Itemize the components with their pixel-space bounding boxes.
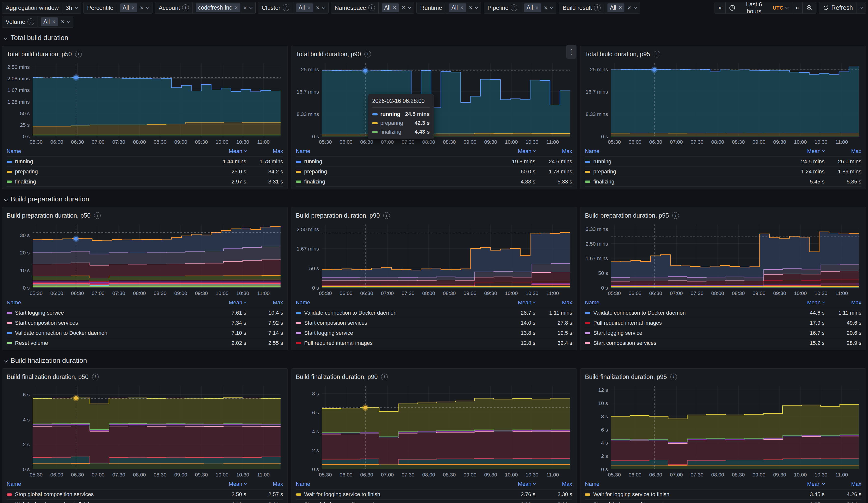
time-series-chart[interactable]: 8 s6 s4 s2 s0 s05:3006:0006:3007:0007:30… <box>294 382 574 479</box>
time-shift-forward-button[interactable]: » <box>792 2 803 13</box>
time-series-chart[interactable]: 25 mins16.7 mins8.33 mins0 s05:3006:0006… <box>583 60 863 146</box>
clear-filter-icon[interactable]: × <box>469 5 473 11</box>
chevron-down-icon[interactable] <box>67 19 71 23</box>
legend-row[interactable]: Start composition services 15.2 s28.9 s <box>585 338 861 348</box>
info-icon[interactable]: i <box>511 4 517 11</box>
info-icon[interactable]: i <box>383 212 390 219</box>
legend-col-mean-sort[interactable]: Mean <box>783 148 825 154</box>
legend-row[interactable]: running 1.44 mins1.78 mins <box>7 156 283 166</box>
info-icon[interactable]: i <box>670 373 677 380</box>
clear-filter-icon[interactable]: × <box>627 5 631 11</box>
legend-row[interactable]: running 24.5 mins26.0 mins <box>585 156 861 166</box>
filter-chip[interactable]: All× <box>608 3 624 12</box>
legend-row[interactable]: Wait for logging service to finish 2.11 … <box>7 499 283 503</box>
legend-row[interactable]: preparing 60.0 s1.73 mins <box>296 166 572 177</box>
filter-volume[interactable]: Volumei All× × <box>2 16 73 28</box>
chevron-down-icon[interactable] <box>249 6 253 9</box>
legend-col-max-sort[interactable]: Max <box>246 148 283 154</box>
filter-chip[interactable]: All× <box>41 18 58 26</box>
filter-chip[interactable]: All× <box>120 3 137 12</box>
clear-filter-icon[interactable]: × <box>61 19 64 25</box>
time-shift-back-button[interactable]: « <box>715 2 726 13</box>
clear-filter-icon[interactable]: × <box>243 5 247 11</box>
chevron-down-icon[interactable] <box>75 6 78 9</box>
legend-row[interactable]: Stop global composition services 2.50 s2… <box>7 489 283 499</box>
filter-account[interactable]: Accounti codefresh-inc× × <box>155 2 256 13</box>
chevron-down-icon[interactable] <box>633 6 637 9</box>
clear-filter-icon[interactable]: × <box>544 5 548 11</box>
legend-row[interactable]: Start logging service 7.61 s10.4 s <box>7 308 283 318</box>
legend-row[interactable]: Start composition services 14.0 s27.8 s <box>296 318 572 328</box>
filter-chip[interactable]: All× <box>449 3 466 12</box>
legend-row[interactable]: Reset volume 2.02 s2.55 s <box>7 338 283 348</box>
remove-chip-icon[interactable]: × <box>460 4 463 11</box>
legend-col-mean-sort[interactable]: Mean <box>494 148 535 154</box>
legend-col-mean-sort[interactable]: Mean <box>783 299 825 306</box>
filter-chip[interactable]: All× <box>524 3 541 12</box>
info-icon[interactable]: i <box>381 373 388 380</box>
time-series-chart[interactable]: 12 s10 s8 s6 s4 s2 s0 s05:3006:0006:3007… <box>583 382 863 479</box>
legend-row[interactable]: running 19.8 mins24.6 mins <box>296 156 572 166</box>
filter-build-result[interactable]: Build resulti All× × <box>559 2 640 13</box>
remove-chip-icon[interactable]: × <box>52 18 55 25</box>
legend-row[interactable]: Pull required internal images 17.9 s49.6… <box>585 318 861 328</box>
time-series-chart[interactable]: 2.50 mins1.67 mins50 s0 s05:3006:0006:30… <box>294 221 574 297</box>
legend-row[interactable]: Start composition services 7.34 s7.92 s <box>7 318 283 328</box>
clear-filter-icon[interactable]: × <box>140 5 144 11</box>
filter-chip[interactable]: All× <box>382 3 399 12</box>
legend-col-mean-sort[interactable]: Mean <box>494 481 535 487</box>
legend-row[interactable]: Validate connection to Docker daemon 28.… <box>296 308 572 318</box>
info-icon[interactable]: i <box>368 4 375 11</box>
chevron-down-icon[interactable] <box>322 6 326 9</box>
info-icon[interactable]: i <box>182 4 189 11</box>
legend-col-mean-sort[interactable]: Mean <box>205 299 246 306</box>
info-icon[interactable]: i <box>654 51 660 58</box>
legend-row[interactable]: finalizing 5.45 s5.85 s <box>585 177 861 187</box>
section-build-preparation-duration[interactable]: Build preparation duration <box>3 195 865 203</box>
info-icon[interactable]: i <box>672 212 679 219</box>
info-icon[interactable]: i <box>92 373 99 380</box>
filter-percentile[interactable]: Percentile All× × <box>83 2 153 13</box>
legend-row[interactable]: Wait for logging service to finish 3.45 … <box>585 489 861 499</box>
legend-col-max-sort[interactable]: Max <box>825 148 861 154</box>
filter-cluster[interactable]: Clusteri All× × <box>258 2 329 13</box>
refresh-button[interactable]: Refresh <box>819 2 857 13</box>
legend-col-max-sort[interactable]: Max <box>246 299 283 306</box>
legend-col-mean-sort[interactable]: Mean <box>783 481 825 487</box>
time-series-chart[interactable]: 2.50 mins2.08 mins1.67 mins1.25 mins50 s… <box>5 60 285 146</box>
remove-chip-icon[interactable]: × <box>131 4 135 11</box>
filter-chip[interactable]: All× <box>296 3 313 12</box>
legend-col-mean-sort[interactable]: Mean <box>205 481 246 487</box>
chevron-down-icon[interactable] <box>407 6 411 9</box>
legend-row[interactable]: Start logging service 13.8 s19.5 s <box>296 328 572 338</box>
legend-row[interactable]: Stop global composition services 2.67 s3… <box>585 499 861 503</box>
clear-filter-icon[interactable]: × <box>316 5 320 11</box>
legend-row[interactable]: finalizing 4.88 s5.33 s <box>296 177 572 187</box>
refresh-interval-dropdown[interactable] <box>856 2 866 13</box>
filter-pipeline[interactable]: Pipelinei All× × <box>484 2 556 13</box>
legend-row[interactable]: Start logging service 16.7 s20.6 s <box>585 328 861 338</box>
chevron-down-icon[interactable] <box>550 6 554 9</box>
section-build-finalization-duration[interactable]: Build finalization duration <box>3 357 865 365</box>
clear-filter-icon[interactable]: × <box>402 5 405 11</box>
legend-row[interactable]: preparing 25.0 s34.2 s <box>7 166 283 177</box>
legend-row[interactable]: Wait for logging service to finish 2.76 … <box>296 489 572 499</box>
remove-chip-icon[interactable]: × <box>308 4 311 11</box>
legend-row[interactable]: finalizing 2.97 s3.31 s <box>7 177 283 187</box>
time-series-chart[interactable]: 6 s4 s2 s0 s05:3006:0006:3007:0007:3008:… <box>5 382 285 479</box>
remove-chip-icon[interactable]: × <box>235 4 238 11</box>
section-total-build-duration[interactable]: Total build duration <box>3 34 865 42</box>
info-icon[interactable]: i <box>283 4 289 11</box>
legend-row[interactable]: Validate connection to Docker daemon 7.1… <box>7 328 283 338</box>
info-icon[interactable]: i <box>364 51 371 58</box>
filter-chip[interactable]: codefresh-inc× <box>196 3 240 12</box>
legend-col-max-sort[interactable]: Max <box>825 481 861 487</box>
legend-col-max-sort[interactable]: Max <box>535 481 572 487</box>
info-icon[interactable]: i <box>75 51 82 58</box>
remove-chip-icon[interactable]: × <box>393 4 396 11</box>
panel-menu-button[interactable]: ⋮ <box>566 45 576 59</box>
time-series-chart[interactable]: 30 s20 s10 s0 s05:3006:0006:3007:0007:30… <box>5 221 285 297</box>
chevron-down-icon[interactable] <box>475 6 478 9</box>
legend-row[interactable]: preparing 1.24 mins1.89 mins <box>585 166 861 177</box>
legend-col-mean-sort[interactable]: Mean <box>494 299 535 306</box>
